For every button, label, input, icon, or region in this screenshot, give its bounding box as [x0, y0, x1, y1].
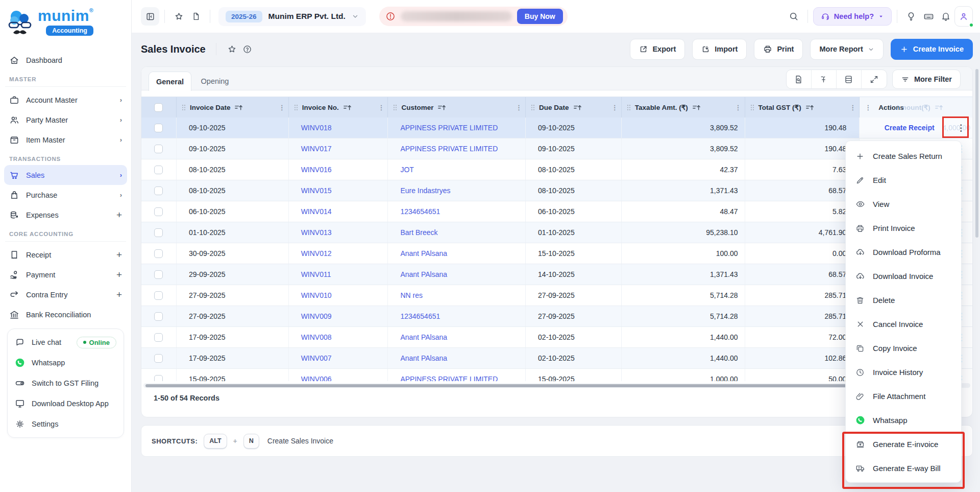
customer-link[interactable]: Anant PAlsana [400, 249, 447, 257]
invoice-no-link[interactable]: WINV006 [301, 375, 332, 381]
sidebar-item-expenses[interactable]: Expenses + [4, 205, 127, 225]
munim-logo[interactable]: munim ® Accounting [0, 0, 131, 50]
menu-item-copy-invoice[interactable]: Copy Invoice [846, 336, 961, 360]
menu-item-view[interactable]: View [846, 192, 961, 216]
column-menu-icon[interactable]: ⋮ [735, 104, 742, 111]
plus-icon[interactable]: + [116, 249, 122, 261]
drag-handle-icon[interactable] [182, 104, 186, 111]
row-checkbox[interactable] [154, 186, 163, 195]
sort-icon[interactable] [692, 104, 701, 111]
customer-link[interactable]: JOT [400, 166, 413, 174]
fullscreen-button[interactable] [862, 70, 887, 88]
customer-link[interactable]: Bart Breeck [400, 228, 437, 237]
favorites-star-button[interactable] [170, 8, 187, 25]
drag-handle-icon[interactable] [627, 104, 631, 111]
row-checkbox[interactable] [154, 354, 163, 363]
sidebar-item-contra-entry[interactable]: Contra Entry + [4, 285, 127, 304]
sidebar-item-account-master[interactable]: Account Master › [4, 90, 127, 110]
sidebar-collapse-button[interactable] [141, 7, 159, 26]
drag-handle-icon[interactable] [750, 104, 754, 111]
profile-button[interactable] [954, 6, 973, 27]
plus-icon[interactable]: + [116, 289, 122, 300]
create-receipt-link[interactable]: Create Receipt [885, 124, 935, 132]
vertical-scrollbar-thumb[interactable] [975, 69, 978, 238]
customer-link[interactable]: NN res [400, 291, 423, 299]
audit-log-button[interactable] [787, 70, 812, 88]
sidebar-item-whatsapp[interactable]: Whatsapp [10, 353, 121, 373]
row-checkbox[interactable] [154, 375, 163, 382]
more-filter-button[interactable]: More Filter [892, 69, 961, 89]
sidebar-item-bank-reconciliation[interactable]: Bank Reconciliation [4, 304, 127, 324]
menu-item-edit[interactable]: Edit [846, 168, 961, 192]
row-checkbox[interactable] [154, 166, 163, 174]
row-checkbox[interactable] [154, 207, 163, 216]
select-all-checkbox[interactable] [154, 103, 163, 112]
column-menu-icon[interactable]: ⋮ [516, 104, 522, 111]
sort-icon[interactable] [805, 104, 814, 111]
sort-icon[interactable] [437, 104, 446, 111]
tab-opening[interactable]: Opening [192, 72, 237, 91]
favorite-page-button[interactable] [225, 41, 240, 57]
menu-item-download-proforma[interactable]: Download Proforma [846, 240, 961, 264]
column-menu-icon[interactable]: ⋮ [849, 104, 856, 111]
export-button[interactable]: Export [630, 39, 685, 60]
sidebar-item-live-chat[interactable]: Live chat Online [10, 332, 121, 353]
sidebar-item-purchase[interactable]: Purchase › [4, 185, 127, 205]
plus-icon[interactable]: + [116, 269, 122, 280]
customer-link[interactable]: APPINESS PRIVATE LIMITED [400, 375, 498, 381]
import-button[interactable]: Import [692, 39, 747, 60]
sidebar-item-switch-gst-filing[interactable]: Switch to GST Filing [10, 373, 121, 393]
customer-link[interactable]: Eure Indastryes [400, 186, 450, 195]
horizontal-scrollbar-thumb[interactable] [145, 384, 880, 387]
row-actions-menu-button[interactable]: ⋮ [957, 123, 965, 133]
menu-item-download-invoice[interactable]: Download Invoice [846, 264, 961, 288]
column-menu-icon[interactable]: ⋮ [865, 104, 871, 111]
print-button[interactable]: Print [754, 39, 803, 60]
sort-icon[interactable] [343, 104, 352, 111]
row-checkbox[interactable] [154, 291, 163, 300]
sidebar-item-download-desktop-app[interactable]: Download Desktop App [10, 393, 121, 414]
row-checkbox[interactable] [154, 312, 163, 321]
customer-link[interactable]: Anant PAlsana [400, 333, 447, 341]
column-menu-icon[interactable]: ⋮ [279, 104, 285, 111]
menu-item-generate-e-way-bill[interactable]: Generate E-way Bill [846, 456, 961, 480]
notifications-button[interactable] [937, 8, 954, 25]
column-menu-icon[interactable]: ⋮ [378, 104, 384, 111]
invoice-no-link[interactable]: WINV008 [301, 333, 332, 341]
sidebar-item-receipt[interactable]: Receipt + [4, 245, 127, 265]
sidebar-item-settings[interactable]: Settings [10, 414, 121, 434]
row-checkbox[interactable] [154, 228, 163, 237]
invoice-no-link[interactable]: WINV009 [301, 312, 332, 320]
search-button[interactable] [785, 8, 802, 25]
new-document-button[interactable] [187, 8, 205, 25]
more-report-button[interactable]: More Report [810, 39, 883, 60]
menu-item-file-attachment[interactable]: File Attachment [846, 384, 961, 408]
customer-link[interactable]: Anant PAlsana [400, 354, 447, 362]
menu-item-whatsapp[interactable]: Whatsapp [846, 408, 961, 432]
invoice-no-link[interactable]: WINV014 [301, 207, 332, 216]
page-help-button[interactable] [240, 41, 255, 57]
customer-link[interactable]: APPINESS PRIVATE LIMITED [400, 124, 498, 132]
customer-link[interactable]: 1234654651 [400, 207, 440, 216]
invoice-no-link[interactable]: WINV010 [301, 291, 332, 299]
menu-item-create-sales-return[interactable]: Create Sales Return [846, 144, 961, 168]
row-checkbox[interactable] [154, 333, 163, 342]
row-checkbox[interactable] [154, 124, 163, 132]
row-checkbox[interactable] [154, 145, 163, 153]
sort-icon[interactable] [573, 104, 582, 111]
menu-item-delete[interactable]: Delete [846, 288, 961, 312]
add-field-button[interactable] [812, 70, 837, 88]
row-checkbox[interactable] [154, 249, 163, 258]
sidebar-item-item-master[interactable]: Item Master › [4, 130, 127, 150]
customer-link[interactable]: 1234654651 [400, 312, 440, 320]
menu-item-cancel-invoice[interactable]: Cancel Invoice [846, 312, 961, 336]
whats-new-button[interactable] [902, 8, 920, 25]
buy-now-button[interactable]: Buy Now [517, 9, 563, 24]
need-help-button[interactable]: Need help? [813, 7, 892, 26]
invoice-no-link[interactable]: WINV011 [301, 270, 331, 278]
invoice-no-link[interactable]: WINV007 [301, 354, 332, 362]
invoice-no-link[interactable]: WINV013 [301, 228, 332, 237]
create-invoice-button[interactable]: Create Invoice [891, 39, 973, 60]
invoice-no-link[interactable]: WINV012 [301, 249, 332, 257]
column-menu-icon[interactable]: ⋮ [611, 104, 618, 111]
